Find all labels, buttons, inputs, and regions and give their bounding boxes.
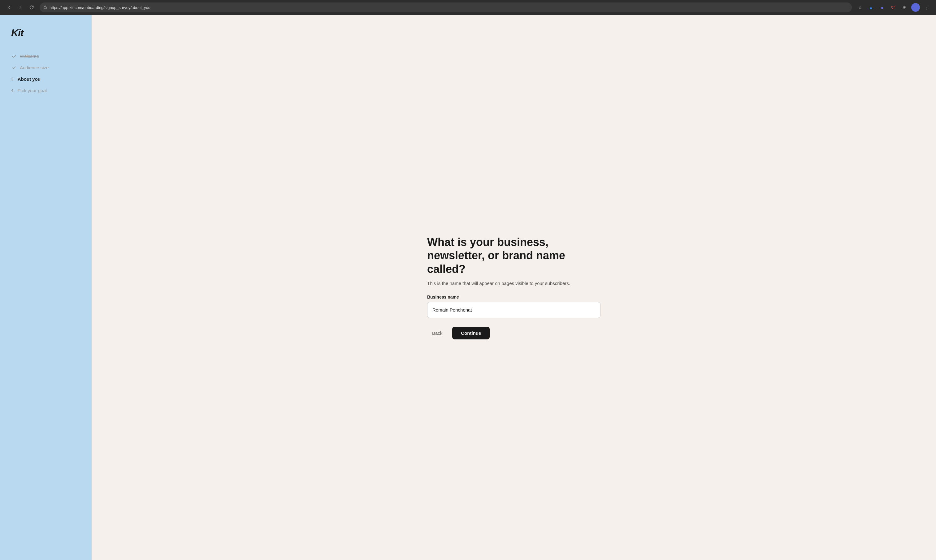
step-about-you: 3. About you (11, 77, 80, 82)
bookmark-button[interactable]: ☆ (856, 3, 864, 12)
browser-nav-buttons (5, 3, 36, 12)
svg-rect-0 (44, 7, 46, 9)
url-text: https://app.kit.com/onboarding/signup_su… (49, 5, 848, 10)
lock-icon (43, 5, 47, 10)
nav-steps: Welcome Audience size 3. About you 4. Pi… (11, 54, 80, 93)
form-subtitle: This is the name that will appear on pag… (427, 281, 600, 286)
back-nav-button[interactable] (5, 3, 14, 12)
menu-button[interactable]: ⋮ (922, 3, 931, 12)
extension-button-1[interactable]: ▲ (867, 3, 875, 12)
extension-button-3[interactable]: 🛡 (889, 3, 898, 12)
app-container: Kit Welcome Audience size (0, 15, 936, 560)
form-container: What is your business, newsletter, or br… (427, 235, 600, 339)
browser-actions: ☆ ▲ ● 🛡 ⊞ ⋮ (856, 3, 931, 12)
extension-button-2[interactable]: ● (878, 3, 887, 12)
step-about-you-number: 3. (11, 77, 15, 82)
sidebar: Kit Welcome Audience size (0, 15, 92, 560)
refresh-nav-button[interactable] (27, 3, 36, 12)
step-pick-goal-label: Pick your goal (18, 88, 47, 93)
browser-chrome: https://app.kit.com/onboarding/signup_su… (0, 0, 936, 15)
business-name-label: Business name (427, 295, 600, 300)
step-welcome-label: Welcome (20, 54, 39, 59)
kit-logo: Kit (11, 27, 80, 38)
step-audience-check-icon (11, 66, 17, 70)
profile-button[interactable] (911, 3, 920, 12)
business-name-input[interactable] (427, 302, 600, 318)
step-welcome: Welcome (11, 54, 80, 59)
form-title: What is your business, newsletter, or br… (427, 235, 600, 276)
back-button[interactable]: Back (427, 327, 447, 339)
step-audience-label: Audience size (20, 65, 49, 70)
step-pick-goal-number: 4. (11, 88, 15, 93)
main-content: What is your business, newsletter, or br… (92, 15, 936, 560)
step-audience-size: Audience size (11, 65, 80, 70)
forward-nav-button[interactable] (16, 3, 25, 12)
form-actions: Back Continue (427, 327, 600, 339)
extensions-button[interactable]: ⊞ (900, 3, 909, 12)
step-about-you-label: About you (18, 77, 40, 82)
address-bar[interactable]: https://app.kit.com/onboarding/signup_su… (40, 3, 852, 12)
continue-button[interactable]: Continue (452, 327, 490, 339)
step-welcome-check-icon (11, 54, 17, 58)
step-pick-goal: 4. Pick your goal (11, 88, 80, 93)
